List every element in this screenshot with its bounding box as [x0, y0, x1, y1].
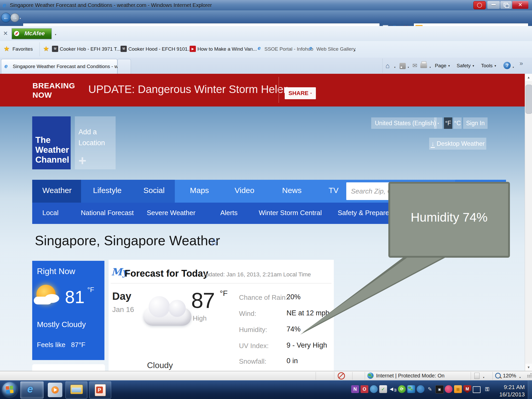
- mcafee-toolbar: ✕ McAfee: [0, 26, 532, 41]
- safety-menu-button[interactable]: Safety: [457, 63, 475, 69]
- home-icon[interactable]: ⌂: [385, 62, 390, 70]
- print-icon[interactable]: [420, 63, 427, 68]
- ie-page-icon: e: [309, 45, 312, 51]
- read-mail-icon[interactable]: ✉: [413, 62, 417, 69]
- tray-icon-display[interactable]: [473, 386, 481, 393]
- minimize-button[interactable]: [487, 1, 500, 9]
- tray-icon-grid[interactable]: ▦: [454, 385, 462, 393]
- address-toolbar: ← → e http://www.weather.com/weather/tod…: [0, 10, 532, 26]
- zoom-level[interactable]: 120%: [503, 373, 516, 379]
- favorite-site-icon: ⚒: [121, 46, 127, 52]
- restore-button[interactable]: [500, 1, 512, 9]
- zoom-dropdown-icon[interactable]: [519, 374, 521, 380]
- scroll-down-button[interactable]: ▼: [525, 364, 532, 371]
- taskbar: e P N O ✓ ◄)) ⟳ ✎ ▣ ▦ M ⚿ 9:21 AM 16/1/2…: [0, 380, 532, 399]
- add-favorite-icon[interactable]: ★: [43, 45, 49, 53]
- title-bar: e Singapore Weather Forecast and Conditi…: [0, 0, 532, 11]
- tray-icon-sync[interactable]: ⟳: [398, 385, 406, 393]
- divider: [471, 372, 471, 380]
- print-dropdown-icon[interactable]: [429, 65, 431, 70]
- tools-menu-button[interactable]: Tools: [481, 63, 497, 69]
- divider: [334, 372, 334, 380]
- rss-feed-icon[interactable]: [400, 63, 406, 69]
- mcafee-dropdown-icon[interactable]: [55, 32, 57, 37]
- close-button[interactable]: ✕: [512, 1, 528, 9]
- start-button[interactable]: [2, 382, 17, 397]
- zone-text: Internet | Protected Mode: On: [376, 373, 444, 379]
- taskbar-wmp-button[interactable]: [48, 383, 62, 397]
- safety-menu-label: Safety: [457, 63, 471, 68]
- divider: [365, 372, 365, 380]
- page-menu-label: Page: [435, 63, 446, 68]
- divider: [316, 372, 316, 380]
- scroll-up-button[interactable]: ▲: [525, 74, 532, 81]
- tray-icon-volume[interactable]: ◄)): [389, 385, 396, 393]
- ie-taskbar-icon: e: [27, 383, 33, 395]
- back-button[interactable]: ←: [1, 13, 11, 23]
- tray-icon-tablet[interactable]: ▣: [435, 385, 444, 394]
- tray-icon-messenger[interactable]: [370, 385, 378, 393]
- web-slice-dropdown-icon[interactable]: [354, 48, 356, 53]
- powerpoint-icon: P: [95, 384, 106, 396]
- show-desktop-button[interactable]: [528, 380, 532, 399]
- favorites-bar: ★ Favorites ★ ⚒ Cooker Hob - EFH 3971 T.…: [0, 41, 532, 58]
- rss-dropdown-icon[interactable]: [407, 65, 409, 70]
- desktop: e Singapore Weather Forecast and Conditi…: [0, 0, 532, 399]
- tray-icon-pen[interactable]: ✎: [426, 385, 434, 393]
- forward-button[interactable]: →: [10, 13, 19, 22]
- scrollbar-thumb[interactable]: [526, 85, 532, 114]
- favorite-site-icon: ⚒: [52, 46, 58, 52]
- tray-icon-antivirus[interactable]: [445, 385, 453, 393]
- mcafee-button[interactable]: McAfee: [11, 28, 52, 39]
- tray-icon-recorder[interactable]: O: [361, 385, 368, 393]
- vertical-scrollbar[interactable]: ▲ ▼: [525, 74, 532, 371]
- tray-icon-mcafee-shield[interactable]: M: [463, 385, 471, 393]
- toolbar-close-icon[interactable]: ✕: [3, 30, 8, 37]
- web-slice-gallery-button[interactable]: Web Slice Gallery: [316, 46, 356, 52]
- taskbar-powerpoint-button[interactable]: P: [89, 381, 111, 398]
- help-icon[interactable]: ?: [503, 62, 511, 69]
- favorite-link-cooker-hob[interactable]: Cooker Hob - EFH 3971 T...: [60, 46, 121, 52]
- divider: [382, 59, 383, 73]
- divider: [352, 372, 353, 380]
- close-icon: ✕: [518, 2, 523, 8]
- tab-title: Singapore Weather Forecast and Condition…: [13, 64, 125, 69]
- windows-flag-icon: [6, 386, 14, 394]
- zoom-magnifier-icon: [495, 373, 501, 378]
- ie-page-icon: e: [258, 45, 261, 51]
- ie-logo-icon: e: [3, 2, 6, 9]
- taskbar-explorer-button[interactable]: [65, 381, 87, 398]
- page-menu-button[interactable]: Page: [435, 63, 450, 69]
- navigation-dropdown-icon[interactable]: [19, 16, 21, 21]
- tab-singapore-weather[interactable]: e Singapore Weather Forecast and Conditi…: [1, 59, 117, 74]
- minimize-icon: [491, 4, 496, 5]
- tray-icon-power-plug[interactable]: ⚿: [483, 385, 491, 393]
- tab-bar: e Singapore Weather Forecast and Conditi…: [0, 58, 532, 74]
- taskbar-clock[interactable]: 9:21 AM 16/1/2013: [494, 384, 525, 398]
- youtube-icon: ▶: [190, 46, 196, 52]
- favorite-link-ssoe-portal[interactable]: SSOE Portal - Infohub: [264, 46, 313, 52]
- tray-icon-updater[interactable]: [417, 385, 424, 393]
- tray-icon-onenote[interactable]: N: [351, 385, 359, 393]
- taskbar-ie-button[interactable]: e: [20, 381, 44, 398]
- tools-menu-label: Tools: [481, 63, 493, 68]
- page-privacy-icon[interactable]: [474, 373, 480, 379]
- toolbar-overflow-icon[interactable]: »: [520, 60, 523, 67]
- favorite-link-cooker-hood[interactable]: Cooker Hood - EFCH 9101...: [128, 46, 192, 52]
- tab-favicon-icon: e: [4, 63, 8, 70]
- wmp-icon: [51, 386, 59, 394]
- home-dropdown-icon[interactable]: [394, 65, 396, 70]
- favorites-star-icon: ★: [4, 45, 10, 53]
- privacy-dropdown-icon[interactable]: [483, 374, 485, 380]
- help-dropdown-icon[interactable]: [512, 65, 514, 70]
- new-tab-button[interactable]: [117, 59, 131, 74]
- favorites-button[interactable]: Favorites: [12, 46, 33, 52]
- divider: [493, 372, 493, 380]
- mcafee-logo-icon: [14, 31, 19, 36]
- tray-icon-network-globe[interactable]: [407, 385, 415, 393]
- resize-grip[interactable]: [527, 376, 528, 377]
- record-button[interactable]: ◯: [473, 1, 486, 9]
- favorite-link-wind-vane[interactable]: How to Make a Wind Van...: [197, 46, 257, 52]
- clock-time: 9:21 AM: [494, 384, 525, 391]
- tray-icon-printer[interactable]: ✓: [379, 385, 387, 393]
